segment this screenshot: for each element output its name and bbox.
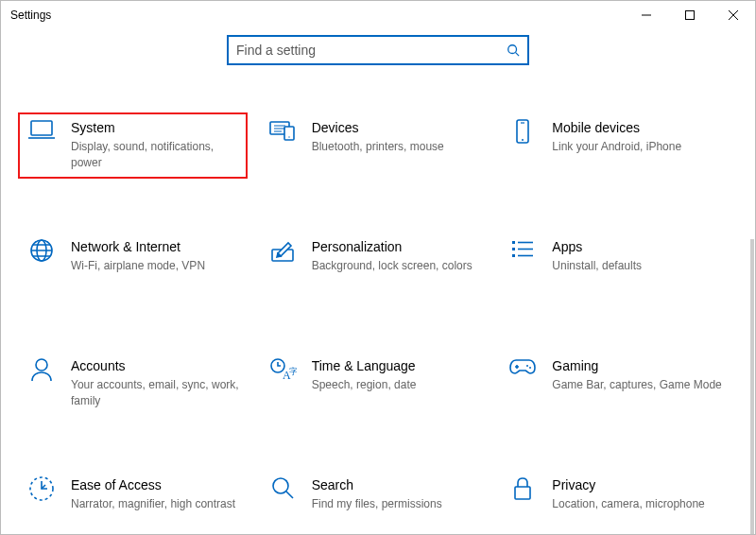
category-title: Ease of Access bbox=[71, 475, 242, 494]
apps-icon bbox=[507, 235, 539, 268]
close-icon bbox=[729, 10, 738, 20]
svg-point-18 bbox=[526, 365, 528, 367]
category-gaming[interactable]: Gaming Game Bar, captures, Game Mode bbox=[499, 351, 729, 417]
svg-point-1 bbox=[508, 45, 517, 54]
category-time-language[interactable]: A字 Time & Language Speech, region, date bbox=[259, 351, 489, 417]
category-desc: Background, lock screen, colors bbox=[312, 258, 483, 274]
category-title: Personalization bbox=[312, 237, 483, 256]
person-icon bbox=[26, 354, 58, 387]
svg-rect-4 bbox=[284, 127, 294, 140]
category-desc: Link your Android, iPhone bbox=[552, 139, 723, 155]
svg-rect-2 bbox=[31, 121, 52, 135]
category-title: Privacy bbox=[552, 475, 723, 494]
category-desc: Wi-Fi, airplane mode, VPN bbox=[71, 258, 242, 274]
devices-icon bbox=[266, 116, 299, 148]
scrollbar[interactable] bbox=[750, 239, 754, 534]
svg-point-5 bbox=[288, 136, 289, 137]
minimize-icon bbox=[642, 10, 651, 20]
svg-rect-11 bbox=[512, 241, 515, 244]
category-desc: Display, sound, notifications, power bbox=[71, 139, 242, 171]
search-icon bbox=[507, 43, 520, 57]
maximize-button[interactable] bbox=[668, 1, 712, 29]
category-title: Time & Language bbox=[312, 356, 483, 375]
category-title: Gaming bbox=[552, 356, 723, 375]
category-privacy[interactable]: Privacy Location, camera, microphone bbox=[499, 470, 729, 534]
search-icon bbox=[266, 474, 299, 506]
category-title: Search bbox=[312, 475, 483, 494]
category-network[interactable]: Network & Internet Wi-Fi, airplane mode,… bbox=[18, 232, 248, 298]
title-bar: Settings bbox=[1, 1, 755, 29]
svg-rect-22 bbox=[515, 487, 530, 499]
svg-rect-0 bbox=[686, 11, 695, 20]
category-desc: Your accounts, email, sync, work, family bbox=[71, 377, 242, 409]
ease-icon bbox=[26, 474, 58, 506]
window-title: Settings bbox=[10, 9, 51, 22]
category-mobile[interactable]: Mobile devices Link your Android, iPhone bbox=[499, 112, 729, 179]
settings-body: System Display, sound, notifications, po… bbox=[1, 75, 755, 534]
minimize-button[interactable] bbox=[625, 1, 668, 29]
svg-point-19 bbox=[529, 367, 531, 369]
svg-point-14 bbox=[36, 359, 47, 371]
category-desc: Narrator, magnifier, high contrast bbox=[71, 496, 242, 512]
svg-rect-13 bbox=[512, 254, 515, 257]
search-input[interactable] bbox=[236, 43, 507, 58]
pen-icon bbox=[266, 235, 299, 268]
lock-icon bbox=[507, 474, 539, 506]
globe-icon bbox=[26, 235, 58, 268]
search-box[interactable] bbox=[227, 35, 529, 65]
category-desc: Find my files, permissions bbox=[312, 496, 483, 512]
category-title: Apps bbox=[552, 237, 723, 256]
category-accounts[interactable]: Accounts Your accounts, email, sync, wor… bbox=[18, 351, 248, 417]
category-desc: Bluetooth, printers, mouse bbox=[312, 139, 483, 155]
svg-rect-12 bbox=[512, 248, 515, 250]
settings-grid: System Display, sound, notifications, po… bbox=[1, 75, 755, 534]
laptop-icon bbox=[26, 116, 58, 148]
category-title: System bbox=[71, 118, 242, 137]
svg-point-7 bbox=[522, 139, 524, 141]
category-title: Network & Internet bbox=[71, 237, 242, 256]
category-desc: Uninstall, defaults bbox=[552, 258, 723, 274]
svg-point-21 bbox=[273, 478, 288, 493]
category-title: Mobile devices bbox=[552, 118, 723, 137]
category-system[interactable]: System Display, sound, notifications, po… bbox=[18, 112, 248, 179]
svg-text:字: 字 bbox=[289, 367, 297, 376]
category-desc: Speech, region, date bbox=[312, 377, 483, 393]
category-search[interactable]: Search Find my files, permissions bbox=[259, 470, 489, 534]
phone-icon bbox=[507, 116, 539, 148]
search-row bbox=[1, 29, 755, 77]
time-lang-icon: A字 bbox=[266, 354, 299, 387]
category-personalization[interactable]: Personalization Background, lock screen,… bbox=[259, 232, 489, 298]
category-desc: Game Bar, captures, Game Mode bbox=[552, 377, 723, 393]
category-title: Devices bbox=[312, 118, 483, 137]
close-button[interactable] bbox=[712, 1, 755, 29]
category-apps[interactable]: Apps Uninstall, defaults bbox=[499, 232, 729, 298]
gamepad-icon bbox=[507, 354, 539, 387]
maximize-icon bbox=[685, 10, 695, 20]
category-ease-of-access[interactable]: Ease of Access Narrator, magnifier, high… bbox=[18, 470, 248, 534]
category-devices[interactable]: Devices Bluetooth, printers, mouse bbox=[259, 112, 489, 179]
category-desc: Location, camera, microphone bbox=[552, 496, 723, 512]
category-title: Accounts bbox=[71, 356, 242, 375]
